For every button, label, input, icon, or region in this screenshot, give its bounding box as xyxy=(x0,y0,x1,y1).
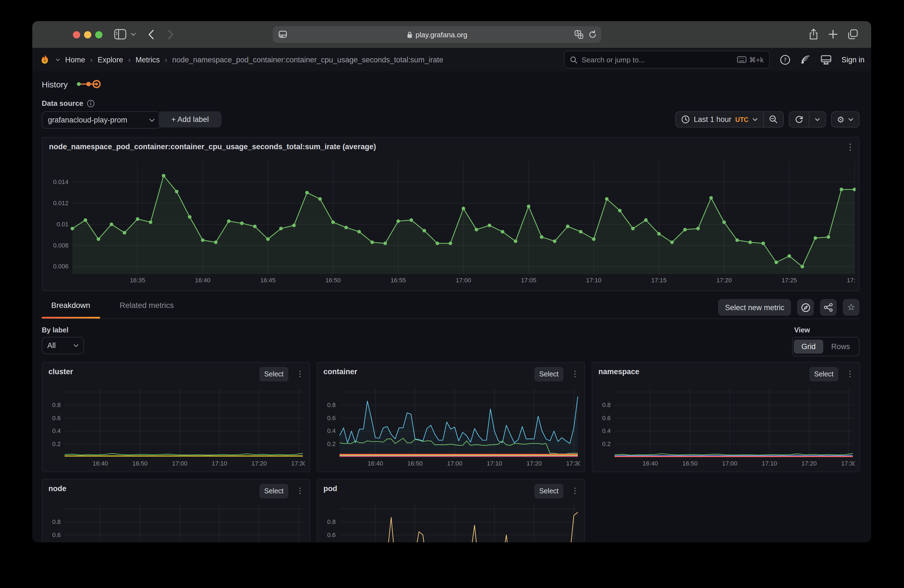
refresh-button[interactable] xyxy=(789,112,809,127)
add-label-button[interactable]: + Add label xyxy=(159,111,221,128)
forward-button[interactable] xyxy=(168,30,174,40)
svg-text:17:15: 17:15 xyxy=(651,277,667,284)
star-icon: ☆ xyxy=(847,303,855,312)
history-label: History xyxy=(42,79,68,89)
breadcrumb-explore[interactable]: Explore xyxy=(98,55,123,64)
info-icon[interactable] xyxy=(87,100,95,107)
svg-text:17:00: 17:00 xyxy=(456,277,471,284)
svg-text:17:10: 17:10 xyxy=(212,460,227,467)
by-label-caption: By label xyxy=(42,326,68,334)
translate-icon[interactable]: A xyxy=(574,30,583,39)
settings-button[interactable]: ⚙ xyxy=(831,112,859,127)
nav-right-group: Search or jump to... ⌘+k ? Sign in xyxy=(564,48,864,71)
traffic-minimize-button[interactable] xyxy=(84,31,91,38)
svg-text:17:10: 17:10 xyxy=(586,277,601,284)
search-shortcut: ⌘+k xyxy=(737,55,763,64)
help-icon[interactable]: ? xyxy=(779,54,790,65)
main-metric-panel: node_namespace_pod_container:container_c… xyxy=(42,137,860,291)
sign-in-button[interactable]: Sign in xyxy=(841,55,864,64)
svg-text:17:25: 17:25 xyxy=(782,277,797,284)
news-rss-icon[interactable] xyxy=(800,55,810,65)
history-trail-icon[interactable] xyxy=(76,79,101,89)
select-new-metric-button[interactable]: Select new metric xyxy=(718,299,791,316)
svg-text:16:40: 16:40 xyxy=(643,460,658,467)
bookmark-star-button[interactable]: ☆ xyxy=(843,299,860,316)
tab-overview-icon[interactable] xyxy=(848,29,858,40)
address-bar[interactable]: play.grafana.org A xyxy=(273,26,601,43)
svg-text:16:50: 16:50 xyxy=(326,277,341,284)
svg-text:0.8: 0.8 xyxy=(602,401,611,408)
panel-menu-icon[interactable]: ⋮ xyxy=(571,369,579,378)
breadcrumb-home[interactable]: Home xyxy=(65,55,85,64)
url-text-wrap: play.grafana.org xyxy=(273,26,601,43)
node-chart[interactable]: 0.20.40.60.816:4016:5017:0017:1017:2017:… xyxy=(46,502,305,542)
time-range-value: Last 1 hour xyxy=(694,115,732,123)
svg-text:0.2: 0.2 xyxy=(602,441,611,447)
select-button[interactable]: Select xyxy=(259,367,288,381)
svg-text:0.6: 0.6 xyxy=(327,531,336,539)
new-tab-icon[interactable] xyxy=(828,30,838,39)
gear-icon: ⚙ xyxy=(837,115,844,123)
svg-text:16:40: 16:40 xyxy=(195,277,210,284)
panel-menu-icon[interactable]: ⋮ xyxy=(296,486,304,495)
share-panel-button[interactable] xyxy=(820,299,837,316)
back-button[interactable] xyxy=(148,30,154,40)
breadcrumb-metrics[interactable]: Metrics xyxy=(136,55,160,64)
svg-text:0.8: 0.8 xyxy=(327,518,336,525)
search-input[interactable]: Search or jump to... ⌘+k xyxy=(564,51,770,68)
breadcrumb: Home › Explore › Metrics › node_namespac… xyxy=(39,48,443,71)
keyboard-icon xyxy=(737,56,746,63)
zoom-out-button[interactable] xyxy=(763,112,783,127)
tab-related-metrics[interactable]: Related metrics xyxy=(120,301,174,310)
view-grid-option[interactable]: Grid xyxy=(793,340,823,354)
share-icon[interactable] xyxy=(809,28,818,40)
panel-menu-icon[interactable]: ⋮ xyxy=(296,369,304,378)
by-label-select[interactable]: All xyxy=(42,337,84,354)
compass-icon xyxy=(801,303,810,312)
data-source-picker[interactable]: grafanacloud-play-prom xyxy=(42,111,161,129)
panel-pod: pod Select ⋮ 0.20.40.60.816:4016:5017:00… xyxy=(317,479,585,542)
reload-icon[interactable] xyxy=(588,30,597,39)
refresh-interval-dropdown[interactable] xyxy=(809,112,825,127)
svg-text:17:10: 17:10 xyxy=(762,460,777,467)
time-range-picker[interactable]: Last 1 hour UTC xyxy=(676,112,763,127)
svg-text:0.012: 0.012 xyxy=(53,200,68,207)
sidebar-toggle-icon[interactable] xyxy=(114,29,126,40)
select-button[interactable]: Select xyxy=(534,484,563,498)
svg-text:16:50: 16:50 xyxy=(133,460,148,467)
breadcrumb-separator: › xyxy=(90,55,93,64)
drilldown-compass-button[interactable] xyxy=(797,299,814,316)
by-label-value: All xyxy=(47,341,56,350)
select-button[interactable]: Select xyxy=(534,367,563,381)
svg-text:16:50: 16:50 xyxy=(683,460,698,467)
breadcrumb-separator: › xyxy=(165,55,167,64)
panel-menu-icon[interactable]: ⋮ xyxy=(846,369,854,378)
sidebar-chevron-icon[interactable] xyxy=(131,33,136,36)
search-placeholder: Search or jump to... xyxy=(582,55,732,64)
pod-chart[interactable]: 0.20.40.60.816:4016:5017:0017:1017:2017:… xyxy=(321,502,580,542)
panel-container: container Select ⋮ 0.20.40.60.816:4016:5… xyxy=(317,362,585,472)
grafana-logo-icon[interactable] xyxy=(39,54,51,66)
org-chevron-icon[interactable] xyxy=(56,58,60,61)
container-chart[interactable]: 0.20.40.60.816:4016:5017:0017:1017:2017:… xyxy=(321,385,580,468)
panel-menu-icon[interactable]: ⋮ xyxy=(571,486,579,495)
monitor-icon[interactable] xyxy=(820,54,831,65)
panel-title: node xyxy=(49,484,66,493)
panel-menu-icon[interactable]: ⋮ xyxy=(846,142,855,151)
svg-text:?: ? xyxy=(784,56,787,63)
svg-text:17:00: 17:00 xyxy=(172,460,187,467)
data-source-label: Data source xyxy=(42,99,83,107)
view-rows-option[interactable]: Rows xyxy=(823,340,858,354)
tab-breakdown[interactable]: Breakdown xyxy=(51,301,90,310)
traffic-close-button[interactable] xyxy=(73,31,80,38)
namespace-chart[interactable]: 0.20.40.60.816:4016:5017:0017:1017:2017:… xyxy=(596,385,855,468)
view-caption: View xyxy=(794,326,810,334)
explore-content: History Data source xyxy=(32,71,871,542)
traffic-zoom-button[interactable] xyxy=(95,31,103,38)
select-button[interactable]: Select xyxy=(809,367,838,381)
cluster-chart[interactable]: 0.20.40.60.816:4016:5017:0017:1017:2017:… xyxy=(46,385,305,468)
svg-text:0.2: 0.2 xyxy=(327,441,336,447)
select-button[interactable]: Select xyxy=(259,484,288,498)
main-metric-chart[interactable]: 0.0060.0080.010.0120.01416:3516:4016:451… xyxy=(47,155,855,287)
panel-title: node_namespace_pod_container:container_c… xyxy=(49,142,376,151)
